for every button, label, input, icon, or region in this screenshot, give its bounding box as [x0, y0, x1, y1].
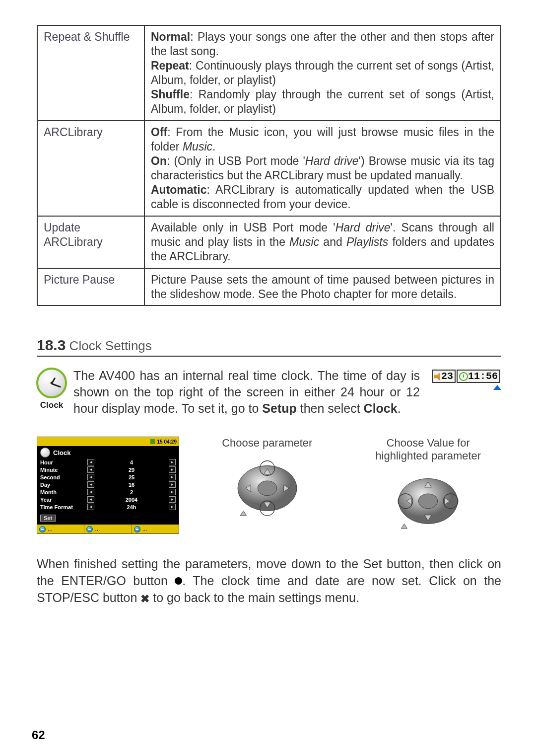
volume-indicator: 23: [432, 370, 456, 383]
right-arrow-icon: ►: [169, 474, 176, 480]
left-arrow-icon: ◄: [87, 481, 94, 488]
clock-row-value: 4: [94, 459, 169, 465]
clock-row-value: 16: [94, 482, 169, 488]
screenshot-bottombar: ... ... ...: [37, 525, 179, 533]
left-arrow-icon: ◄: [87, 459, 94, 465]
clock-icon-label: Clock: [40, 400, 63, 410]
clock-row-value: 29: [94, 467, 169, 473]
clock-row-value: 2: [94, 489, 169, 495]
status-text: 15 04:29: [157, 439, 177, 445]
dpad-illustration-updown: [224, 453, 311, 520]
minus-icon: [39, 526, 46, 532]
table-row: Picture PausePicture Pause sets the amou…: [37, 268, 501, 306]
bottom-label: ...: [142, 526, 147, 532]
clock-small-icon: [40, 448, 50, 457]
closing-paragraph: When finished setting the parameters, mo…: [37, 555, 501, 606]
clock-row-label: Year: [40, 497, 87, 503]
minus-icon: [134, 526, 140, 532]
clock-row-label: Day: [40, 482, 87, 488]
left-arrow-icon: ◄: [87, 504, 94, 510]
bottom-label: ...: [95, 526, 100, 532]
clock-row: Year◄2004►: [40, 496, 176, 503]
time-value: 11:56: [468, 371, 498, 382]
setting-description: Off: From the Music icon, you will just …: [144, 121, 501, 216]
clock-icon: [36, 368, 67, 398]
svg-marker-15: [402, 524, 407, 529]
pad-caption-right-l1: Choose Value for: [387, 437, 470, 449]
dpad-illustration-leftright: [385, 465, 471, 532]
right-arrow-icon: ►: [169, 496, 176, 503]
table-row: Update ARCLibraryAvailable only in USB P…: [37, 216, 501, 268]
right-arrow-icon: ►: [169, 459, 176, 465]
clock-row: Second◄25►: [40, 473, 176, 481]
right-arrow-icon: ►: [169, 466, 176, 473]
right-arrow-icon: ►: [169, 489, 176, 495]
left-arrow-icon: ◄: [87, 474, 94, 480]
table-row: ARCLibraryOff: From the Music icon, you …: [37, 121, 501, 216]
clock-row: Month◄2►: [40, 488, 176, 496]
intro-text: The AV400 has an internal real time cloc…: [73, 368, 420, 417]
speaker-icon: [434, 373, 441, 380]
clock-row-label: Minute: [40, 467, 87, 473]
svg-marker-6: [240, 511, 246, 516]
clock-row-value: 2004: [94, 497, 169, 503]
right-arrow-icon: ►: [169, 504, 176, 510]
table-row: Repeat & ShuffleNormal: Plays your songs…: [37, 25, 501, 121]
setting-name: Picture Pause: [37, 268, 144, 306]
clock-icon-block: Clock: [37, 368, 67, 410]
screenshot-title: Clock: [53, 449, 70, 456]
status-icon: [150, 439, 155, 444]
left-arrow-icon: ◄: [87, 489, 94, 495]
clock-row: Day◄16►: [40, 481, 176, 488]
setting-description: Normal: Plays your songs one after the o…: [144, 25, 501, 121]
settings-table: Repeat & ShuffleNormal: Plays your songs…: [37, 25, 501, 306]
set-button: Set: [40, 515, 56, 522]
volume-value: 23: [441, 371, 453, 382]
setting-description: Available only in USB Port mode 'Hard dr…: [144, 216, 501, 268]
pad-caption-right-l2: highlighted parameter: [375, 450, 481, 462]
clock-mini-icon: [459, 372, 468, 381]
clock-row-value: 24h: [94, 504, 169, 510]
left-arrow-icon: ◄: [87, 496, 94, 503]
clock-row-label: Hour: [40, 459, 87, 465]
clock-row: Hour◄4►: [40, 458, 176, 466]
time-indicator: 11:56: [457, 370, 500, 383]
section-heading: 18.3 Clock Settings: [37, 337, 501, 357]
svg-point-1: [258, 481, 277, 496]
setting-name: Update ARCLibrary: [37, 216, 144, 268]
status-time-badge: 23 11:56: [432, 370, 501, 383]
setting-description: Picture Pause sets the amount of time pa…: [144, 268, 501, 306]
scroll-up-icon: [493, 385, 501, 390]
clock-row-label: Second: [40, 474, 87, 480]
device-screenshot: 15 04:29 Clock Hour◄4►Minute◄29►Second◄2…: [37, 437, 179, 534]
clock-row-label: Time Format: [40, 504, 87, 510]
section-title: Clock Settings: [66, 338, 151, 353]
right-arrow-icon: ►: [169, 481, 176, 488]
setting-name: Repeat & Shuffle: [37, 25, 144, 121]
left-arrow-icon: ◄: [87, 466, 94, 473]
minus-icon: [86, 526, 93, 532]
setting-name: ARCLibrary: [37, 121, 144, 216]
clock-row-value: 25: [94, 474, 169, 480]
screenshot-statusbar: 15 04:29: [37, 437, 179, 446]
bottom-label: ...: [48, 526, 53, 532]
clock-row: Minute◄29►: [40, 466, 176, 473]
clock-row: Time Format◄24h►: [40, 503, 176, 511]
page-number: 62: [32, 728, 45, 742]
clock-row-label: Month: [40, 489, 87, 495]
svg-point-10: [419, 494, 438, 509]
pad-caption-left: Choose parameter: [194, 437, 340, 450]
section-number: 18.3: [37, 337, 66, 353]
screenshot-heading: Clock: [37, 446, 179, 458]
